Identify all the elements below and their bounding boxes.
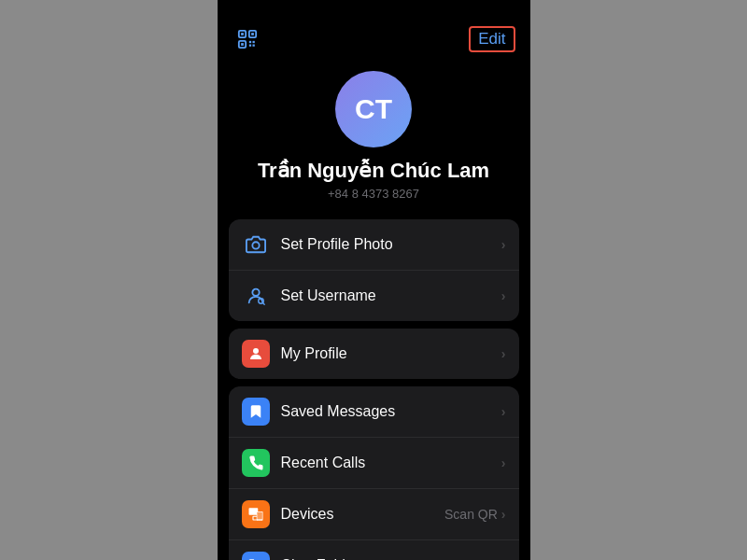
devices-chevron: › [501, 507, 506, 522]
set-username-chevron: › [501, 288, 506, 303]
my-profile-label: My Profile [281, 345, 501, 362]
devices-label: Devices [281, 506, 445, 523]
content-area: Set Profile Photo › Set Username › [218, 219, 530, 560]
camera-icon [242, 231, 270, 259]
set-username-item[interactable]: Set Username › [229, 271, 519, 321]
avatar: CT [335, 71, 412, 147]
saved-messages-icon [242, 398, 270, 426]
calls-icon [242, 449, 270, 477]
profile-actions-group: Set Profile Photo › Set Username › [229, 219, 519, 321]
profile-name: Trần Nguyễn Chúc Lam [258, 159, 489, 183]
recent-calls-label: Recent Calls [281, 455, 501, 471]
devices-item[interactable]: Devices Scan QR › [229, 489, 519, 540]
recent-calls-chevron: › [501, 455, 506, 470]
set-photo-chevron: › [501, 237, 506, 252]
phone-frame: Edit CT Trần Nguyễn Chúc Lam +84 8 4373 … [218, 0, 530, 560]
svg-line-13 [262, 303, 263, 304]
svg-rect-8 [248, 45, 250, 47]
avatar-initials: CT [355, 93, 392, 125]
svg-rect-7 [252, 41, 254, 43]
my-profile-item[interactable]: My Profile › [229, 329, 519, 379]
svg-rect-3 [241, 33, 244, 35]
edit-button[interactable]: Edit [469, 26, 514, 52]
status-bar [218, 0, 530, 19]
saved-messages-label: Saved Messages [281, 403, 501, 420]
svg-rect-5 [241, 43, 244, 46]
set-photo-label: Set Profile Photo [281, 236, 501, 253]
folders-icon [242, 552, 270, 560]
chat-folders-item[interactable]: Chat Folders › [229, 540, 519, 560]
set-username-label: Set Username [281, 287, 501, 304]
set-photo-item[interactable]: Set Profile Photo › [229, 219, 519, 271]
saved-messages-chevron: › [501, 404, 506, 419]
svg-point-10 [252, 242, 259, 248]
profile-icon [242, 340, 270, 368]
svg-point-11 [252, 289, 259, 296]
header: Edit [218, 19, 530, 56]
svg-rect-19 [257, 512, 261, 520]
my-profile-group: My Profile › [229, 329, 519, 379]
profile-phone: +84 8 4373 8267 [328, 187, 419, 201]
my-profile-chevron: › [501, 346, 506, 361]
qr-icon[interactable] [233, 26, 259, 52]
main-menu-group: Saved Messages › Recent Calls › [229, 386, 519, 560]
svg-rect-6 [248, 41, 250, 43]
saved-messages-item[interactable]: Saved Messages › [229, 386, 519, 438]
devices-hint: Scan QR [444, 507, 498, 522]
profile-section: CT Trần Nguyễn Chúc Lam +84 8 4373 8267 [218, 56, 530, 219]
devices-icon [242, 500, 270, 528]
svg-rect-4 [251, 33, 254, 35]
recent-calls-item[interactable]: Recent Calls › [229, 438, 519, 489]
username-icon [242, 282, 270, 310]
svg-point-14 [253, 348, 259, 354]
svg-rect-9 [252, 45, 254, 47]
